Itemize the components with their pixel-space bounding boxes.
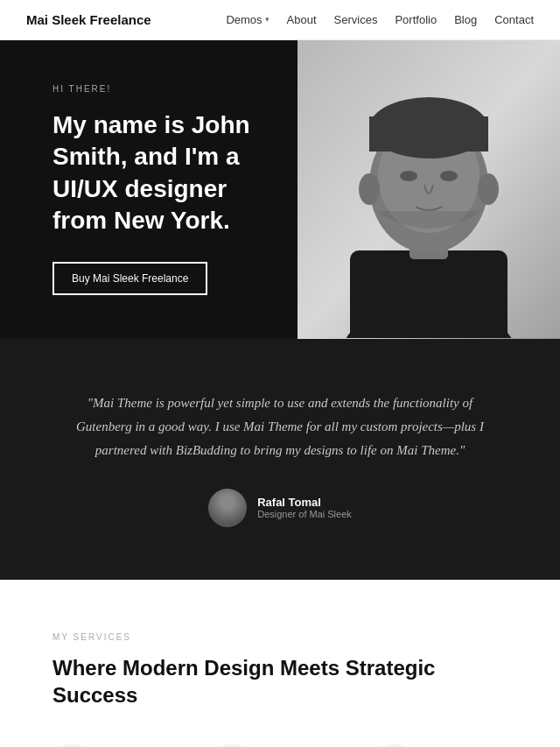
hero-content: HI THERE! My name is John Smith, and I'm… (0, 40, 298, 339)
svg-point-9 (440, 171, 458, 181)
chevron-down-icon: ▾ (265, 15, 270, 24)
nav-item-portfolio[interactable]: Portfolio (395, 13, 437, 27)
uiux-icon: ✂ (52, 743, 91, 747)
service-card-consulting: ↑ Consulting From search engine optimiza… (374, 743, 508, 747)
svg-point-10 (359, 173, 380, 205)
svg-rect-7 (369, 116, 488, 152)
nav-item-blog[interactable]: Blog (454, 13, 477, 27)
services-title: Where Modern Design Meets Strategic Succ… (52, 654, 508, 708)
nav-link-services[interactable]: Services (334, 13, 378, 26)
svg-point-8 (400, 171, 417, 181)
services-grid: ✂ UI/UX Design Simple responsive design,… (52, 743, 508, 747)
services-section: MY SERVICES Where Modern Design Meets St… (0, 580, 560, 747)
svg-rect-2 (350, 250, 508, 338)
nav-item-demos[interactable]: Demos ▾ (226, 13, 269, 27)
nav-link-about[interactable]: About (287, 13, 317, 26)
hero-label: HI THERE! (52, 84, 262, 94)
consulting-icon: ↑ (374, 743, 412, 747)
author-info: Rafal Tomal Designer of Mai Sleek (257, 496, 352, 519)
service-card-uiux: ✂ UI/UX Design Simple responsive design,… (52, 743, 186, 747)
quote-author: Rafal Tomal Designer of Mai Sleek (70, 489, 490, 527)
avatar-image (208, 489, 247, 527)
quote-text: "Mai Theme is powerful yet simple to use… (70, 391, 490, 462)
hero-section: HI THERE! My name is John Smith, and I'm… (0, 40, 560, 339)
author-name: Rafal Tomal (257, 496, 352, 509)
nav-menu: Demos ▾ About Services Portfolio Blog Co… (226, 13, 534, 27)
author-avatar (208, 489, 247, 527)
nav-link-demos[interactable]: Demos ▾ (226, 13, 269, 26)
nav-item-about[interactable]: About (287, 13, 317, 27)
nav-link-portfolio[interactable]: Portfolio (395, 13, 437, 26)
nav-link-contact[interactable]: Contact (494, 13, 534, 26)
service-card-wordpress: ⚙ WordPress Themes With WordPress now po… (213, 743, 346, 747)
hero-photo (298, 40, 560, 339)
svg-point-11 (478, 173, 499, 205)
author-role: Designer of Mai Sleek (257, 509, 352, 519)
nav-item-contact[interactable]: Contact (494, 13, 534, 27)
site-logo[interactable]: Mai Sleek Freelance (26, 12, 151, 27)
nav-item-services[interactable]: Services (334, 13, 378, 27)
navbar: Mai Sleek Freelance Demos ▾ About Servic… (0, 0, 560, 40)
hero-cta-button[interactable]: Buy Mai Sleek Freelance (52, 262, 207, 295)
nav-link-blog[interactable]: Blog (454, 13, 477, 26)
quote-section: "Mai Theme is powerful yet simple to use… (0, 339, 560, 580)
hero-title: My name is John Smith, and I'm a UI/UX d… (52, 109, 262, 237)
services-label: MY SERVICES (52, 632, 508, 642)
hero-image (298, 40, 560, 339)
wordpress-icon: ⚙ (213, 743, 251, 747)
